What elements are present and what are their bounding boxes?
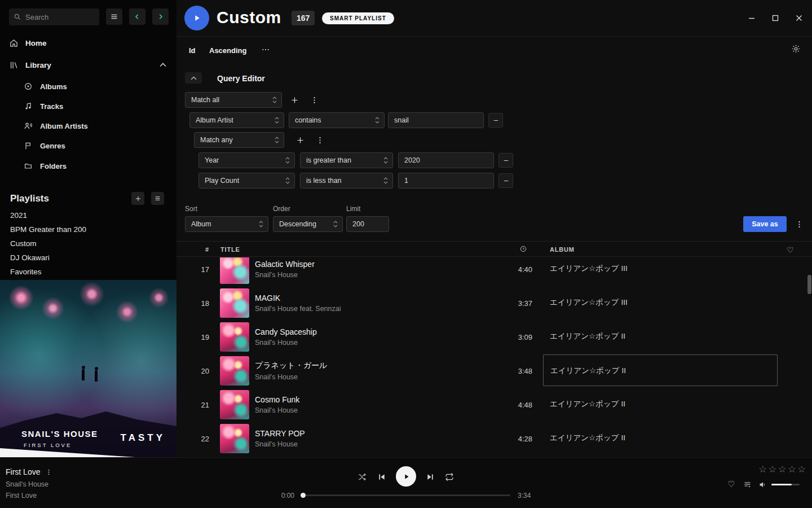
settings-button[interactable] xyxy=(791,44,801,54)
column-header-number[interactable]: # xyxy=(187,246,209,253)
now-playing-menu-button[interactable] xyxy=(45,468,52,476)
volume-slider[interactable] xyxy=(771,484,800,485)
rule-value-input[interactable] xyxy=(398,152,494,168)
album-art-thumbnail xyxy=(220,322,249,352)
track-number: 20 xyxy=(187,367,209,375)
forward-button[interactable] xyxy=(152,8,169,25)
limit-input[interactable] xyxy=(346,216,389,232)
shuffle-button[interactable] xyxy=(358,472,367,481)
next-track-button[interactable] xyxy=(426,472,435,481)
minus-icon xyxy=(502,177,510,185)
playlist-item[interactable]: BPM Greater than 200 xyxy=(0,222,176,237)
rule-field-select[interactable]: Play Count xyxy=(198,173,295,189)
group-menu-button[interactable] xyxy=(307,92,321,108)
rule-operator-select[interactable]: contains xyxy=(289,112,385,128)
close-button[interactable] xyxy=(795,14,803,22)
minimize-icon xyxy=(748,14,756,22)
maximize-button[interactable] xyxy=(771,14,779,22)
table-row[interactable]: 21 Cosmo Funk Snail's House 4:48 エイリアン☆ポ… xyxy=(176,388,812,422)
select-value: Match any xyxy=(200,136,233,144)
add-rule-button[interactable] xyxy=(293,132,307,148)
star-icon[interactable]: ☆ xyxy=(768,464,778,475)
track-text: Cosmo Funk Snail's House xyxy=(255,395,299,414)
table-row[interactable]: 17 Galactic Whisper Snail's House 4:40 エ… xyxy=(176,257,812,286)
rule-operator-select[interactable]: is greater than xyxy=(300,152,393,168)
rule-value-input[interactable] xyxy=(388,112,484,128)
query-editor-collapse-button[interactable] xyxy=(185,72,202,84)
add-playlist-button[interactable] xyxy=(131,192,144,205)
table-row[interactable]: 22 STARRY POP Snail's House 4:28 エイリアン☆ポ… xyxy=(176,422,812,456)
queue-icon xyxy=(743,480,752,489)
seek-knob[interactable] xyxy=(301,493,306,498)
sort-direction-button[interactable]: Ascending xyxy=(209,46,246,55)
column-header-album[interactable]: ALBUM xyxy=(550,246,575,253)
search-box[interactable] xyxy=(9,8,99,25)
track-text: Galactic Whisper Snail's House xyxy=(255,260,315,279)
remove-rule-button[interactable] xyxy=(498,153,513,168)
sidebar-item-home[interactable]: Home xyxy=(0,34,176,51)
repeat-button[interactable] xyxy=(445,472,454,481)
track-artist: Snail's House xyxy=(255,406,299,414)
table-row[interactable]: 20 プラネット・ガール Snail's House 3:48 エイリアン☆ポッ… xyxy=(176,354,812,388)
save-as-button[interactable]: Save as xyxy=(743,216,787,232)
rule-field-select[interactable]: Album Artist xyxy=(189,112,284,128)
menu-button[interactable] xyxy=(106,8,122,25)
track-title: Galactic Whisper xyxy=(255,260,315,269)
sort-select[interactable]: Album xyxy=(185,216,268,232)
save-menu-button[interactable] xyxy=(792,216,806,232)
sidebar-item-library[interactable]: Library xyxy=(0,56,176,73)
track-count-badge: 167 xyxy=(292,11,315,25)
rating-stars[interactable]: ☆☆☆☆☆ xyxy=(758,463,807,475)
table-row[interactable]: 19 Candy Spaceship Snail's House 3:09 エイ… xyxy=(176,320,812,354)
play-pause-button[interactable] xyxy=(396,466,416,487)
remove-rule-button[interactable] xyxy=(488,113,503,128)
back-button[interactable] xyxy=(129,8,145,25)
star-icon[interactable]: ☆ xyxy=(778,464,788,475)
match-mode-select[interactable]: Match all xyxy=(185,92,282,108)
play-playlist-button[interactable] xyxy=(184,6,209,30)
star-icon[interactable]: ☆ xyxy=(788,464,797,475)
sidebar-item-album-artists[interactable]: Album Artists xyxy=(0,117,176,134)
group-menu-button[interactable] xyxy=(312,132,327,148)
sidebar-item-albums[interactable]: Albums xyxy=(0,78,176,95)
playlist-item[interactable]: Favorites xyxy=(0,265,176,279)
scrollbar-thumb[interactable] xyxy=(807,275,811,294)
favorite-button[interactable]: ♡ xyxy=(727,479,735,489)
add-rule-button[interactable] xyxy=(287,92,302,108)
sidebar-item-genres[interactable]: Genres xyxy=(0,137,176,154)
more-options-button[interactable] xyxy=(261,45,270,54)
volume-fill xyxy=(771,484,792,485)
sidebar-item-tracks[interactable]: Tracks xyxy=(0,98,176,115)
minimize-button[interactable] xyxy=(748,14,756,22)
track-list: 17 Galactic Whisper Snail's House 4:40 エ… xyxy=(176,257,812,456)
volume-button[interactable] xyxy=(758,480,767,489)
favorite-column-heart-icon[interactable]: ♡ xyxy=(787,246,794,255)
queue-button[interactable] xyxy=(743,480,752,489)
playlist-list-button[interactable] xyxy=(151,192,164,205)
rule-field-select[interactable]: Year xyxy=(198,152,295,168)
previous-track-button[interactable] xyxy=(377,472,386,481)
match-mode-select[interactable]: Match any xyxy=(194,132,284,148)
playlist-item[interactable]: DJ Okawari xyxy=(0,251,176,265)
rule-value-input[interactable] xyxy=(398,173,494,189)
sort-field-button[interactable]: Id xyxy=(189,46,196,55)
sidebar-item-folders[interactable]: Folders xyxy=(0,157,176,174)
playlist-item[interactable]: Custom xyxy=(0,237,176,251)
chevron-up-icon[interactable] xyxy=(160,63,166,67)
seek-bar[interactable] xyxy=(302,494,510,496)
now-playing-title: First Love xyxy=(6,467,40,476)
table-row[interactable]: 18 MAGIK Snail's House feat. Sennzai 3:3… xyxy=(176,286,812,320)
rule-operator-select[interactable]: is less than xyxy=(300,173,393,189)
star-icon[interactable]: ☆ xyxy=(797,464,807,475)
home-icon xyxy=(9,38,19,48)
remove-rule-button[interactable] xyxy=(498,173,513,188)
search-input[interactable] xyxy=(25,13,87,21)
order-select[interactable]: Descending xyxy=(273,216,343,232)
kebab-icon xyxy=(316,136,324,144)
main-content: Custom 167 SMART PLAYLIST Id Ascending Q… xyxy=(176,0,812,457)
column-header-title[interactable]: TITLE xyxy=(220,246,240,253)
select-carets-icon xyxy=(333,221,338,227)
star-icon[interactable]: ☆ xyxy=(758,464,768,475)
duration-column-clock-icon[interactable] xyxy=(519,245,527,253)
playlist-item[interactable]: 2021 xyxy=(0,208,176,222)
